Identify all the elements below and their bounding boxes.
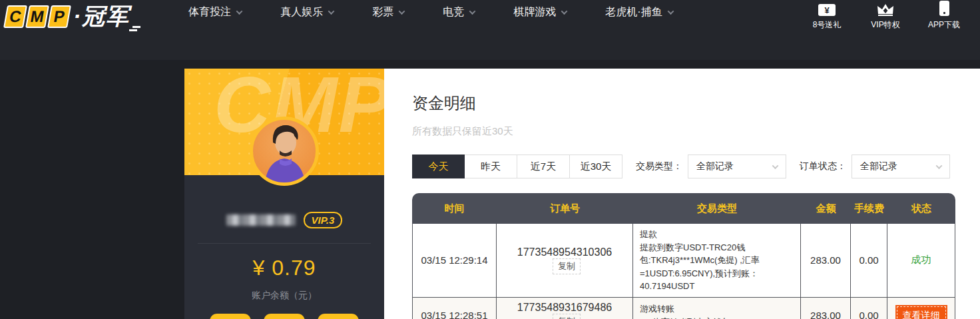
cell-order-no: 1773548931679486复制 — [497, 298, 633, 319]
user-row: VIP.3 — [184, 212, 384, 228]
balance-label: 账户余额（元） — [198, 290, 371, 302]
avatar[interactable] — [250, 117, 319, 186]
cell-amount: 283.00 — [801, 298, 851, 319]
chevron-down-icon — [469, 8, 476, 15]
logo-letter: C — [3, 5, 27, 28]
cell-status: 查看详细 — [887, 298, 955, 319]
crown-icon — [877, 0, 894, 16]
chevron-down-icon — [772, 162, 779, 169]
vip-level-badge: VIP.3 — [304, 212, 343, 228]
nav-item-slots-fishing[interactable]: 老虎机·捕鱼 — [605, 5, 672, 19]
cell-time: 03/15 12:28:51 — [412, 298, 497, 319]
transaction-type-title: 提款 — [640, 228, 794, 241]
funds-detail-panel: 资金明细 所有数据只保留近30天 今天 昨天 近7天 近30天 交易类型： 全部… — [384, 69, 980, 319]
date-range-tabs: 今天 昨天 近7天 近30天 — [412, 155, 622, 178]
funds-table: 时间 订单号 交易类型 金额 手续费 状态 03/15 12:29:14 177… — [412, 193, 955, 319]
logo-letter: M — [25, 5, 49, 28]
nav-item-esports[interactable]: 电竞 — [443, 5, 475, 19]
sidebar-action-button[interactable] — [210, 314, 251, 319]
main-nav: 体育投注 真人娱乐 彩票 电竞 棋牌游戏 老虎机·捕鱼 — [188, 5, 672, 19]
cell-time: 03/15 12:29:14 — [412, 224, 497, 298]
vip-link[interactable]: VIP特权 — [867, 0, 904, 31]
balance-section: ¥ 0.79 账户余额（元） — [198, 243, 371, 302]
table-row: 03/15 12:28:51 1773548931679486复制 游戏转账 C… — [412, 298, 955, 319]
balance-amount: ¥ 0.79 — [198, 256, 371, 280]
col-time: 时间 — [412, 193, 497, 224]
transaction-type-label: 交易类型： — [636, 160, 682, 172]
chevron-down-icon — [236, 8, 243, 15]
tab-last-30-days[interactable]: 近30天 — [570, 155, 622, 178]
profile-sidebar: CMP VIP.3 ¥ 0.79 账户余额（元） — [184, 69, 384, 319]
filter-row: 今天 昨天 近7天 近30天 交易类型： 全部记录 订单状态： 全部记录 — [412, 155, 980, 178]
col-transaction-type: 交易类型 — [633, 193, 801, 224]
tab-last-7-days[interactable]: 近7天 — [517, 155, 570, 178]
nav-item-live-casino[interactable]: 真人娱乐 — [280, 5, 334, 19]
table-header-row: 时间 订单号 交易类型 金额 手续费 状态 — [412, 193, 955, 224]
view-detail-button[interactable]: 查看详细 — [897, 306, 946, 319]
chevron-down-icon — [936, 162, 943, 169]
table-row: 03/15 12:29:14 1773548954310306复制 提款 提款到… — [412, 224, 955, 298]
col-status: 状态 — [887, 193, 955, 224]
col-fee: 手续费 — [851, 193, 887, 224]
cell-transaction-type: 游戏转账 CR体育转账到中心钱包 — [633, 298, 801, 319]
transaction-type-title: 游戏转账 — [640, 302, 794, 316]
order-status-label: 订单状态： — [800, 160, 846, 172]
page-title: 资金明细 — [412, 93, 980, 114]
nav-item-board-games[interactable]: 棋牌游戏 — [513, 5, 567, 19]
status-success: 成功 — [911, 254, 931, 265]
chevron-down-icon — [561, 8, 568, 15]
logo-letter: P — [47, 5, 71, 28]
tab-today[interactable]: 今天 — [412, 155, 465, 178]
page-subtitle: 所有数据只保留近30天 — [412, 125, 980, 138]
sidebar-action-button[interactable] — [264, 314, 305, 319]
cell-amount: 283.00 — [801, 224, 851, 298]
quick-links: ¥ 8号送礼 VIP特权 APP下载 — [808, 0, 963, 31]
logo-wordmark: ·冠军 — [73, 1, 140, 32]
phone-icon — [939, 0, 949, 16]
transaction-type-detail: 提款到数字USDT-TRC20钱包:TKR4j3***1WMc(免提) ,汇率=… — [640, 241, 794, 293]
transaction-type-select[interactable]: 全部记录 — [688, 155, 786, 178]
copy-button[interactable]: 复制 — [553, 314, 581, 319]
site-logo[interactable]: C M P ·冠军 — [5, 1, 140, 32]
nav-item-lottery[interactable]: 彩票 — [372, 5, 404, 19]
gift-ticket-icon: ¥ — [818, 0, 836, 16]
chevron-down-icon — [328, 8, 335, 15]
order-status-select[interactable]: 全部记录 — [852, 155, 950, 178]
chevron-down-icon — [399, 8, 405, 15]
username-blurred — [226, 214, 296, 226]
gift-link[interactable]: ¥ 8号送礼 — [808, 0, 846, 31]
tab-yesterday[interactable]: 昨天 — [465, 155, 517, 178]
sidebar-action-buttons — [184, 314, 384, 319]
cell-status: 成功 — [887, 224, 955, 298]
nav-item-sports[interactable]: 体育投注 — [188, 5, 242, 19]
cell-order-no: 1773548954310306复制 — [497, 224, 633, 298]
copy-button[interactable]: 复制 — [553, 258, 581, 274]
cell-fee: 0.00 — [851, 298, 887, 319]
cell-fee: 0.00 — [851, 224, 887, 298]
col-order-no: 订单号 — [497, 193, 633, 224]
col-amount: 金额 — [801, 193, 851, 224]
transaction-type-detail: CR体育转账到中心钱包 — [640, 316, 794, 319]
app-download-link[interactable]: APP下载 — [925, 0, 963, 31]
logo-letter-boxes: C M P — [3, 5, 71, 28]
cell-transaction-type: 提款 提款到数字USDT-TRC20钱包:TKR4j3***1WMc(免提) ,… — [633, 224, 801, 298]
sidebar-action-button[interactable] — [318, 314, 359, 319]
top-navbar: C M P ·冠军 体育投注 真人娱乐 彩票 电竞 棋牌游戏 老虎机·捕鱼 — [0, 0, 980, 60]
chevron-down-icon — [667, 8, 674, 15]
